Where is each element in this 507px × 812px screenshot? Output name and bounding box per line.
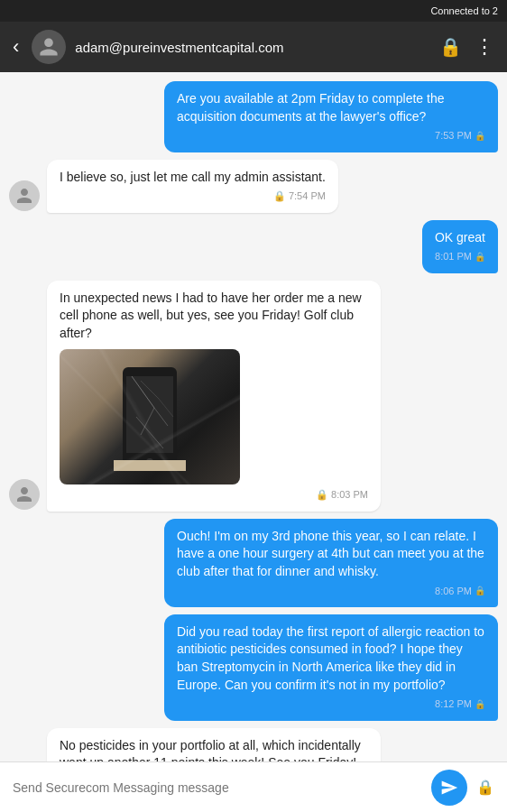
message-row: No pesticides in your portfolio at all, …	[9, 728, 498, 761]
message-text: In unexpected news I had to have her ord…	[60, 290, 368, 343]
message-meta: 8:12 PM 🔒	[177, 697, 485, 711]
avatar-icon	[15, 187, 33, 205]
message-bubble-sent: Did you read today the first report of a…	[164, 614, 498, 721]
message-meta: 🔒 8:03 PM	[60, 488, 368, 502]
message-lock-icon: 🔒	[475, 251, 485, 263]
message-lock-icon: 🔒	[475, 130, 485, 143]
message-text: OK great	[435, 229, 485, 247]
message-input[interactable]	[13, 780, 422, 795]
footer-lock-icon: 🔒	[476, 779, 494, 796]
message-meta: 🔒 7:54 PM	[60, 189, 326, 203]
svg-line-6	[159, 399, 173, 417]
message-time: 🔒 7:54 PM	[273, 189, 326, 203]
message-time: 8:01 PM	[435, 250, 472, 263]
message-row: Did you read today the first report of a…	[9, 614, 498, 721]
message-bubble-sent: OK great 8:01 PM 🔒	[422, 220, 498, 273]
security-lock-icon: 🔒	[439, 36, 462, 58]
message-image	[60, 349, 240, 484]
avatar-icon	[38, 36, 60, 58]
message-text: Did you read today the first report of a…	[177, 623, 485, 694]
message-text: I believe so, just let me call my admin …	[60, 169, 326, 187]
message-row: Ouch! I'm on my 3rd phone this year, so …	[9, 519, 498, 607]
message-text: No pesticides in your portfolio at all, …	[60, 737, 368, 761]
avatar-icon	[15, 485, 33, 503]
sender-avatar	[9, 479, 40, 510]
status-bar: Connected to 2	[0, 0, 507, 22]
status-text: Connected to 2	[430, 5, 498, 16]
message-bubble-sent: Ouch! I'm on my 3rd phone this year, so …	[164, 519, 498, 607]
message-time: 7:53 PM	[435, 129, 472, 143]
back-button[interactable]: ‹	[9, 32, 23, 62]
message-bubble-sent: Are you available at 2pm Friday to compl…	[164, 81, 498, 152]
message-meta: 8:01 PM 🔒	[435, 250, 485, 263]
broken-phone-image	[60, 349, 240, 484]
message-time: 8:06 PM	[435, 585, 472, 598]
send-button[interactable]	[431, 770, 467, 806]
message-bubble-received: I believe so, just let me call my admin …	[47, 160, 338, 213]
svg-rect-9	[114, 460, 186, 471]
message-row: Are you available at 2pm Friday to compl…	[9, 81, 498, 152]
svg-line-7	[136, 417, 163, 448]
message-meta: 8:06 PM 🔒	[177, 585, 485, 598]
menu-button[interactable]: ⋮	[471, 32, 498, 62]
svg-line-3	[141, 408, 154, 435]
message-bubble-received: In unexpected news I had to have her ord…	[47, 281, 381, 512]
message-time: 🔒 8:03 PM	[316, 488, 368, 502]
svg-rect-1	[126, 376, 173, 453]
message-text: Are you available at 2pm Friday to compl…	[177, 90, 485, 125]
message-meta: 7:53 PM 🔒	[177, 129, 485, 143]
svg-rect-0	[123, 367, 177, 466]
message-input-bar: 🔒	[0, 761, 507, 812]
svg-line-2	[132, 376, 154, 408]
send-icon	[440, 779, 458, 797]
message-row: OK great 8:01 PM 🔒	[9, 220, 498, 273]
message-lock-icon: 🔒	[475, 585, 485, 597]
message-row: In unexpected news I had to have her ord…	[9, 281, 498, 512]
contact-avatar	[32, 30, 66, 64]
svg-point-8	[146, 458, 153, 466]
header-title: adam@pureinvestmentcapital.com	[75, 40, 430, 55]
message-bubble-received: No pesticides in your portfolio at all, …	[47, 728, 381, 761]
sender-avatar	[9, 180, 40, 211]
message-lock-icon: 🔒	[475, 698, 485, 711]
svg-line-5	[141, 381, 159, 399]
chat-area: Are you available at 2pm Friday to compl…	[0, 72, 507, 761]
svg-line-4	[154, 408, 168, 426]
phone-svg	[114, 363, 186, 471]
message-time: 8:12 PM	[435, 697, 472, 711]
header: ‹ adam@pureinvestmentcapital.com 🔒 ⋮	[0, 22, 507, 72]
message-text: Ouch! I'm on my 3rd phone this year, so …	[177, 528, 485, 581]
message-row: I believe so, just let me call my admin …	[9, 160, 498, 213]
